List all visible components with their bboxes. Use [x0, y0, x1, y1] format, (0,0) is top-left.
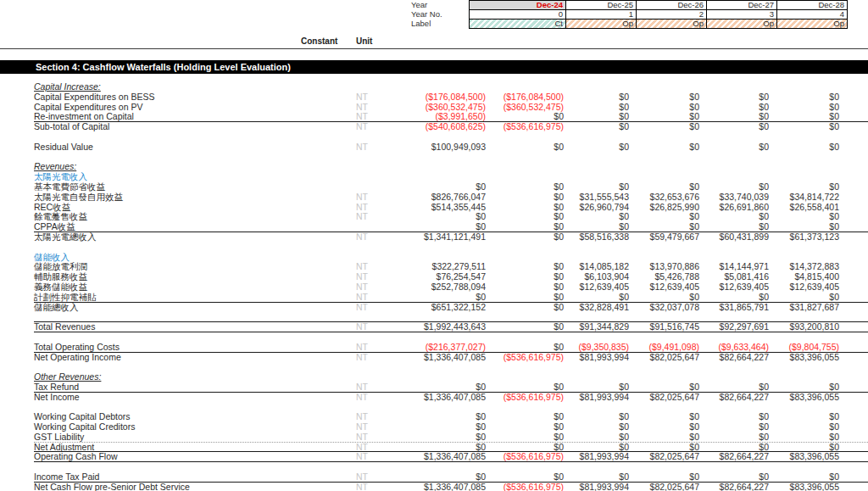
- value-cell[interactable]: $0: [629, 382, 699, 393]
- value-cell[interactable]: $60,431,899: [699, 232, 769, 243]
- value-cell[interactable]: $0: [564, 92, 629, 103]
- value-cell[interactable]: $33,740,039: [699, 192, 769, 203]
- unit-cell[interactable]: NT: [356, 432, 381, 443]
- value-cell[interactable]: $31,865,791: [699, 303, 769, 313]
- value-cell[interactable]: $12,639,405: [769, 282, 839, 293]
- unit-cell[interactable]: NT: [356, 303, 381, 313]
- value-cell[interactable]: $81,993,994: [564, 353, 629, 363]
- no-header-cell[interactable]: 1: [566, 10, 637, 20]
- value-cell[interactable]: $0: [381, 212, 486, 222]
- value-cell[interactable]: $0: [769, 382, 839, 393]
- unit-cell[interactable]: NT: [356, 322, 381, 332]
- value-cell[interactable]: $0: [564, 122, 629, 132]
- value-cell[interactable]: $81,993,994: [564, 452, 629, 462]
- value-cell[interactable]: $59,479,667: [629, 232, 699, 243]
- row-label[interactable]: Capital Expenditures on BESS: [34, 92, 301, 103]
- value-cell[interactable]: $514,355,445: [381, 203, 486, 213]
- row-label[interactable]: 義務儲能收益: [34, 282, 301, 293]
- year-header-cell[interactable]: Dec-27: [707, 1, 777, 10]
- unit-cell[interactable]: NT: [356, 293, 381, 303]
- no-header-cell[interactable]: 2: [637, 10, 707, 20]
- value-cell[interactable]: $0: [769, 432, 839, 443]
- value-cell[interactable]: $61,373,123: [769, 232, 839, 243]
- value-cell[interactable]: $32,828,491: [564, 303, 629, 313]
- value-cell[interactable]: $0: [486, 232, 564, 243]
- value-cell[interactable]: $92,297,691: [699, 322, 769, 332]
- value-cell[interactable]: $1,992,443,643: [381, 322, 486, 332]
- row-label[interactable]: Total Revenues: [34, 322, 301, 332]
- value-cell[interactable]: $0: [486, 282, 564, 293]
- value-cell[interactable]: ($536,616,975): [486, 452, 564, 462]
- label-header-cell[interactable]: Op: [777, 20, 848, 29]
- value-cell[interactable]: $1,336,407,085: [381, 393, 486, 403]
- value-cell[interactable]: $12,639,405: [564, 282, 629, 293]
- value-cell[interactable]: ($9,804,755): [769, 343, 839, 353]
- value-cell[interactable]: $0: [381, 422, 486, 432]
- value-cell[interactable]: $82,025,647: [629, 393, 699, 403]
- value-cell[interactable]: $0: [486, 262, 564, 272]
- value-cell[interactable]: $0: [699, 293, 769, 303]
- value-cell[interactable]: $0: [486, 272, 564, 282]
- value-cell[interactable]: $252,788,094: [381, 282, 486, 293]
- value-cell[interactable]: $0: [486, 222, 564, 232]
- value-cell[interactable]: $0: [564, 142, 629, 153]
- value-cell[interactable]: ($360,532,475): [486, 103, 564, 113]
- value-cell[interactable]: $0: [769, 92, 839, 103]
- value-cell[interactable]: $651,322,152: [381, 303, 486, 313]
- value-cell[interactable]: $0: [564, 293, 629, 303]
- year-header-cell[interactable]: Dec-24: [470, 1, 566, 10]
- value-cell[interactable]: $83,396,055: [769, 353, 839, 363]
- unit-cell[interactable]: NT: [356, 212, 381, 222]
- no-header-cell[interactable]: 3: [707, 10, 777, 20]
- value-cell[interactable]: $0: [699, 142, 769, 153]
- value-cell[interactable]: $1,336,407,085: [381, 353, 486, 363]
- row-label[interactable]: Residual Value: [34, 142, 301, 153]
- value-cell[interactable]: $0: [564, 182, 629, 192]
- row-label[interactable]: Net Operating Income: [34, 353, 301, 363]
- value-cell[interactable]: $0: [486, 322, 564, 332]
- value-cell[interactable]: $0: [769, 122, 839, 132]
- value-cell[interactable]: $0: [699, 432, 769, 443]
- value-cell[interactable]: $81,993,994: [564, 483, 629, 491]
- row-label[interactable]: 太陽光電總收入: [34, 232, 301, 243]
- value-cell[interactable]: $0: [486, 293, 564, 303]
- value-cell[interactable]: ($9,350,835): [564, 343, 629, 353]
- no-header-cell[interactable]: 0: [470, 10, 566, 20]
- value-cell[interactable]: $0: [486, 203, 564, 213]
- no-header-cell[interactable]: 4: [777, 10, 848, 20]
- value-cell[interactable]: $0: [486, 182, 564, 192]
- unit-cell[interactable]: NT: [356, 282, 381, 293]
- unit-cell[interactable]: NT: [356, 382, 381, 393]
- label-header-cell[interactable]: Ct: [470, 20, 566, 29]
- value-cell[interactable]: $82,664,227: [699, 393, 769, 403]
- value-cell[interactable]: ($9,633,464): [699, 343, 769, 353]
- value-cell[interactable]: $82,025,647: [629, 353, 699, 363]
- value-cell[interactable]: $1,336,407,085: [381, 483, 486, 491]
- row-label[interactable]: Net Income: [34, 393, 301, 403]
- value-cell[interactable]: ($9,491,098): [629, 343, 699, 353]
- value-cell[interactable]: $0: [486, 303, 564, 313]
- value-cell[interactable]: ($536,616,975): [486, 353, 564, 363]
- value-cell[interactable]: $0: [769, 142, 839, 153]
- value-cell[interactable]: $0: [486, 343, 564, 353]
- value-cell[interactable]: $0: [486, 142, 564, 153]
- unit-cell[interactable]: NT: [356, 122, 381, 132]
- value-cell[interactable]: $82,025,647: [629, 452, 699, 462]
- value-cell[interactable]: $826,766,047: [381, 192, 486, 203]
- value-cell[interactable]: $82,664,227: [699, 353, 769, 363]
- value-cell[interactable]: $32,653,676: [629, 192, 699, 203]
- value-cell[interactable]: $31,555,543: [564, 192, 629, 203]
- year-header-cell[interactable]: Dec-26: [637, 1, 707, 10]
- value-cell[interactable]: $82,664,227: [699, 483, 769, 491]
- unit-cell[interactable]: NT: [356, 192, 381, 203]
- value-cell[interactable]: $0: [629, 182, 699, 192]
- value-cell[interactable]: $0: [486, 432, 564, 443]
- value-cell[interactable]: ($176,084,500): [381, 92, 486, 103]
- unit-cell[interactable]: NT: [356, 452, 381, 462]
- row-label[interactable]: GST Liability: [34, 432, 301, 443]
- value-cell[interactable]: $91,344,829: [564, 322, 629, 332]
- value-cell[interactable]: $0: [699, 382, 769, 393]
- value-cell[interactable]: $12,639,405: [699, 282, 769, 293]
- value-cell[interactable]: $1,341,121,491: [381, 232, 486, 243]
- row-label[interactable]: Total Operating Costs: [34, 343, 301, 353]
